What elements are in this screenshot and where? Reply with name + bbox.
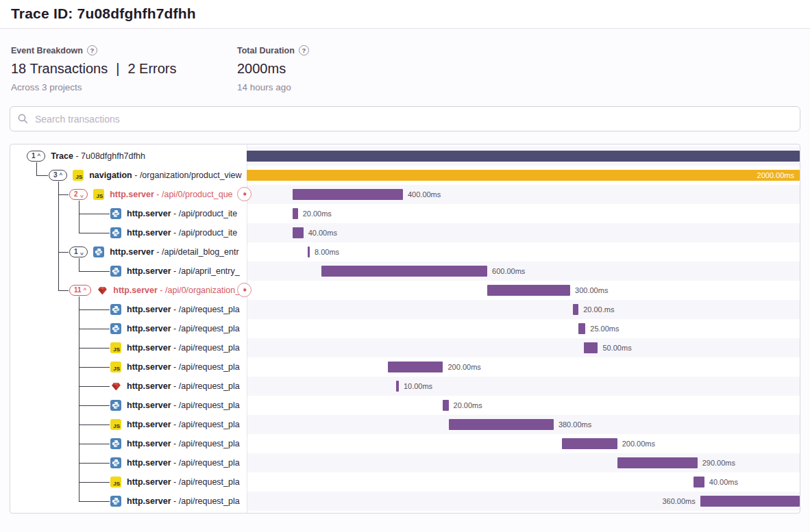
event-breakdown-label: Event Breakdown — [11, 46, 83, 55]
trace-row[interactable]: http.server - /api/request_pla290.00ms — [10, 453, 800, 472]
duration-label: 50.00ms — [602, 344, 631, 352]
span-path: /api/product_ite — [179, 209, 237, 218]
projects-subtext: Across 3 projects — [11, 82, 237, 92]
span-path: /api/request_pla — [179, 362, 240, 372]
expand-badge[interactable]: 11^ — [69, 285, 91, 296]
span-bar[interactable] — [308, 246, 310, 257]
span-bar[interactable] — [321, 266, 487, 277]
span-op: http.server — [127, 266, 171, 276]
span-bar[interactable] — [449, 419, 554, 430]
child-count: 11 — [74, 286, 82, 294]
duration-label: 20.00ms — [303, 210, 332, 218]
op-separator: - — [173, 401, 176, 410]
span-bar[interactable] — [443, 400, 448, 411]
span-bar[interactable] — [694, 477, 704, 487]
span-description: http.server - /api/request_pla — [10, 396, 247, 415]
span-bar[interactable] — [388, 362, 443, 372]
span-op: Trace — [51, 151, 73, 161]
span-description: http.server - /api/request_pla — [10, 453, 247, 472]
trace-row[interactable]: http.server - /api/request_pla10.00ms — [10, 377, 800, 396]
span-bar[interactable] — [293, 189, 403, 200]
span-op: http.server — [127, 381, 171, 391]
op-separator: - — [173, 343, 176, 353]
error-fire-icon[interactable] — [237, 283, 251, 297]
span-bar[interactable] — [293, 227, 304, 238]
op-separator: - — [75, 151, 78, 161]
total-duration-label-row: Total Duration ? — [237, 45, 309, 55]
trace-row[interactable]: 11^http.server - /api/0/organization_300… — [10, 281, 800, 300]
duration-label: 200.00ms — [447, 363, 480, 371]
tree-connector — [79, 329, 110, 329]
row-stripe — [247, 300, 800, 319]
total-duration-value: 2000ms — [237, 61, 309, 77]
span-bar[interactable] — [396, 381, 399, 392]
span-bar[interactable] — [700, 496, 800, 507]
expand-badge[interactable]: 3^ — [49, 170, 67, 181]
op-separator: - — [173, 362, 176, 372]
span-path: /api/0/product_que — [162, 190, 233, 199]
js-platform-icon: JS — [110, 342, 121, 353]
trace-row[interactable]: 1^Trace - 7u08dfghfh7dfhh — [10, 147, 800, 166]
op-separator: - — [173, 228, 176, 238]
trace-row[interactable]: JShttp.server - /api/request_pla50.00ms — [10, 338, 800, 357]
search-input[interactable] — [10, 106, 800, 131]
help-icon[interactable]: ? — [87, 45, 97, 55]
expand-badge[interactable]: 1^ — [69, 246, 88, 257]
trace-bar[interactable] — [247, 151, 800, 162]
span-path: /organization/product_view — [140, 170, 242, 180]
duration-label: 300.00ms — [575, 286, 608, 294]
span-path: /api/detail_blog_entr — [162, 247, 239, 257]
span-description: JShttp.server - /api/request_pla — [10, 472, 247, 492]
trace-row[interactable]: http.server - /api/request_pla200.00ms — [10, 434, 800, 453]
trace-row[interactable]: http.server - /api/request_pla360.00ms — [10, 492, 800, 511]
js-platform-icon: JS — [110, 362, 121, 372]
span-path: /api/request_pla — [179, 477, 240, 487]
op-separator: - — [160, 286, 162, 295]
span-bar[interactable] — [562, 438, 617, 449]
span-path: /api/0/organization_ — [165, 286, 240, 295]
op-separator: - — [173, 209, 176, 218]
help-icon[interactable]: ? — [299, 45, 309, 55]
trace-row[interactable]: 3^JSnavigation - /organization/product_v… — [10, 166, 800, 185]
op-separator: - — [173, 420, 176, 429]
python-platform-icon — [93, 246, 104, 257]
span-bar[interactable] — [487, 285, 570, 296]
duration-label: 400.00ms — [408, 190, 441, 199]
span-description: http.server - /api/request_pla — [10, 434, 247, 453]
trace-row[interactable]: JShttp.server - /api/request_pla380.00ms — [10, 415, 800, 434]
trace-row[interactable]: http.server - /api/request_pla25.00ms — [10, 319, 800, 338]
span-bar[interactable] — [293, 208, 298, 219]
span-op: navigation — [89, 170, 132, 180]
search-bar — [10, 106, 800, 131]
tree-connector — [36, 175, 48, 176]
trace-row[interactable]: http.server - /api/request_pla20.00ms — [10, 396, 800, 415]
span-bar[interactable] — [573, 304, 578, 315]
op-separator: - — [173, 458, 176, 468]
trace-row[interactable]: JShttp.server - /api/request_pla200.00ms — [10, 357, 800, 377]
trace-row[interactable]: http.server - /api/april_entry_600.00ms — [10, 262, 800, 281]
span-description: http.server - /api/request_pla — [10, 377, 247, 396]
span-bar[interactable] — [578, 323, 585, 334]
trace-row[interactable]: http.server - /api/product_ite20.00ms — [10, 204, 800, 223]
span-bar[interactable] — [617, 457, 698, 468]
op-separator: - — [173, 477, 176, 487]
trace-row[interactable]: http.server - /api/request_pla20.00.ms — [10, 300, 800, 319]
trace-row[interactable]: JShttp.server - /api/request_pla40.00ms — [10, 472, 800, 492]
span-op: http.server — [110, 190, 154, 199]
duration-label: 600.00ms — [492, 267, 525, 275]
span-bar[interactable] — [584, 342, 598, 353]
trace-row[interactable]: 2^JShttp.server - /api/0/product_que400.… — [10, 185, 800, 204]
error-fire-icon[interactable] — [237, 187, 251, 201]
tree-connector — [58, 181, 59, 290]
span-op: http.server — [127, 439, 171, 448]
span-op: http.server — [127, 420, 171, 429]
js-platform-icon: JS — [73, 170, 84, 181]
span-path: /api/request_pla — [179, 420, 240, 429]
trace-row[interactable]: 1^http.server - /api/detail_blog_entr8.0… — [10, 242, 800, 262]
trace-row[interactable]: http.server - /api/product_ite40.00ms — [10, 223, 800, 242]
op-separator: - — [173, 324, 176, 333]
expand-badge[interactable]: 1^ — [27, 151, 45, 162]
span-description: http.server - /api/april_entry_ — [10, 262, 247, 281]
op-separator: - — [134, 170, 137, 180]
expand-badge[interactable]: 2^ — [69, 189, 88, 200]
